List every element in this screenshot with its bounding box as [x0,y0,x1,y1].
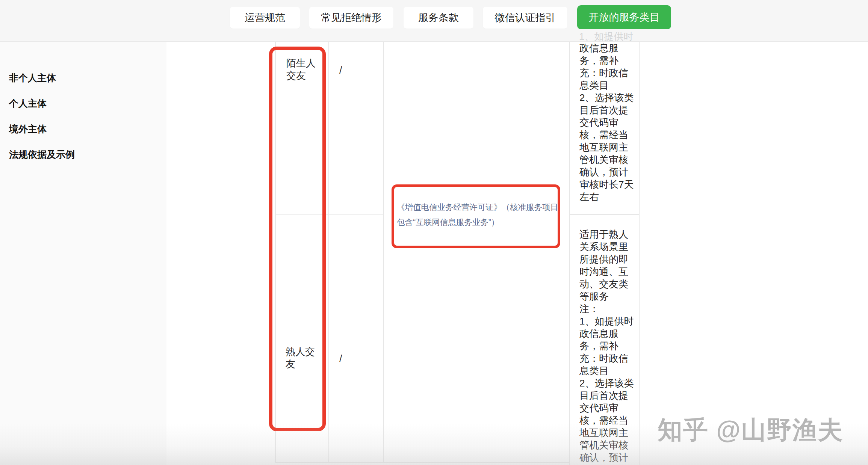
table-cell-qualification-row2: / [339,353,342,365]
table-cell-license-requirement: 《增值电信业务经营许可证》（核准服务项目 包含“互联网信息服务业务”） [397,200,559,230]
scrolled-text-under-header: 1、如提供时 [579,30,633,43]
table-gridline-vertical [328,41,329,462]
highlight-box-category-column [269,47,326,431]
table-cell-qualification-row1: / [339,65,342,76]
top-navigation-bar: 运营规范 常见拒绝情形 服务条款 微信认证指引 开放的服务类目 [0,0,868,42]
sidebar-item-overseas-entity[interactable]: 境外主体 [9,123,47,135]
sidebar-item-legal-basis-and-examples[interactable]: 法规依据及示例 [9,148,75,161]
nav-button-terms-of-service[interactable]: 服务条款 [404,7,473,29]
table-gridline-horizontal [275,462,570,463]
sidebar-item-personal-entity[interactable]: 个人主体 [9,97,47,110]
zhihu-watermark: 知乎 @山野渔夫 [658,413,844,447]
table-gridline-vertical [569,41,570,465]
nav-button-common-rejections[interactable]: 常见拒绝情形 [309,7,393,29]
table-cell-description-row2: 适用于熟人 关系场景里 所提供的即 时沟通、互 动、交友类 等服务 注： 1、如… [579,228,643,464]
table-gridline-vertical [383,41,384,462]
nav-button-wechat-verification-guide[interactable]: 微信认证指引 [483,7,567,29]
nav-button-open-service-categories[interactable]: 开放的服务类目 [577,5,671,29]
table-cell-description-row1: 政信息服 务，需补 充：时政信 息类目 2、选择该类 目后首次提 交代码审 核，… [579,42,643,203]
table-gridline-horizontal [569,214,640,215]
nav-button-operation-rules[interactable]: 运营规范 [230,7,300,29]
page: 运营规范 常见拒绝情形 服务条款 微信认证指引 开放的服务类目 1、如提供时 非… [0,0,868,465]
sidebar-item-non-personal-entity[interactable]: 非个人主体 [9,72,56,84]
